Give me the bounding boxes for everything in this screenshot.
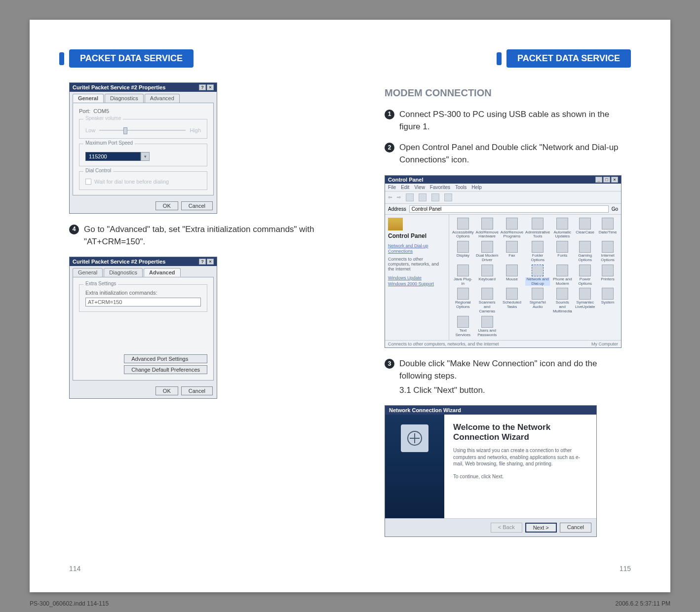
control-panel-item[interactable]: Symantec LiveUpdate <box>575 288 595 313</box>
control-panel-item[interactable]: Power Options <box>575 265 595 286</box>
menu-tools[interactable]: Tools <box>455 185 467 190</box>
control-panel-item-label: Internet Options <box>597 254 618 263</box>
address-label: Address <box>388 206 406 212</box>
speaker-volume-slider[interactable] <box>99 130 186 131</box>
sidebar-link-windows-update[interactable]: Windows Update <box>388 275 446 281</box>
wizard-sidebar <box>385 415 444 518</box>
step-badge: 2 <box>385 143 394 153</box>
extra-init-label: Extra initialization commands: <box>85 290 201 296</box>
menu-favorites[interactable]: Favorites <box>430 185 450 190</box>
close-icon[interactable]: × <box>207 259 214 265</box>
control-panel-item[interactable]: Regional Options <box>452 288 474 313</box>
tab-advanced[interactable]: Advanced <box>145 94 180 103</box>
menu-file[interactable]: File <box>388 185 396 190</box>
control-panel-item[interactable]: Add/Remove Hardware <box>476 218 499 239</box>
advanced-port-settings-button[interactable]: Advanced Port Settings <box>124 354 207 363</box>
control-panel-item[interactable]: Scanners and Cameras <box>476 288 499 313</box>
control-panel-item[interactable]: Users and Passwords <box>476 316 499 338</box>
step-4: 4 Go to "Advanced" tab, set "Extra initi… <box>69 224 315 248</box>
step-1-text: Connect PS-300 to PC using USB cable as … <box>399 109 631 133</box>
minimize-icon[interactable]: _ <box>595 177 602 183</box>
control-panel-item[interactable]: Gaming Options <box>575 241 595 263</box>
step-1: 1 Connect PS-300 to PC using USB cable a… <box>385 109 631 133</box>
menu-edit[interactable]: Edit <box>401 185 409 190</box>
address-field[interactable]: Control Panel <box>409 205 609 213</box>
change-default-preferences-button[interactable]: Change Default Preferences <box>124 365 207 374</box>
control-panel-item-label: Add/Remove Hardware <box>476 230 499 239</box>
chevron-down-icon[interactable]: ▾ <box>141 152 150 161</box>
folders-icon[interactable] <box>431 193 439 201</box>
help-icon[interactable]: ? <box>199 259 206 265</box>
sidebar-selected-desc: Connects to other computers, networks, a… <box>388 257 446 271</box>
wizard-art-icon <box>401 424 428 452</box>
extra-init-input[interactable]: AT+CRM=150 <box>85 298 201 306</box>
control-panel-item[interactable]: Printers <box>597 265 618 286</box>
next-button[interactable]: Next > <box>525 523 557 533</box>
tab-diagnostics[interactable]: Diagnostics <box>105 94 144 103</box>
ok-button[interactable]: OK <box>156 386 178 395</box>
control-panel-item[interactable]: Fonts <box>552 241 573 263</box>
control-panel-item[interactable]: ClearCase <box>575 218 595 239</box>
control-panel-item[interactable]: Internet Options <box>597 241 618 263</box>
step-3: 3 Double click "Make New Connection" ico… <box>385 358 631 396</box>
go-button[interactable]: Go <box>612 206 618 212</box>
history-icon[interactable] <box>444 193 452 201</box>
cancel-button[interactable]: Cancel <box>560 523 591 533</box>
sidebar-link-support[interactable]: Windows 2000 Support <box>388 281 446 287</box>
wizard-heading: Welcome to the Network Connection Wizard <box>453 422 587 442</box>
tab-diagnostics[interactable]: Diagnostics <box>104 268 143 277</box>
step-4-text: Go to "Advanced" tab, set "Extra initial… <box>84 224 315 248</box>
control-panel-item-label: Fax <box>508 254 515 258</box>
control-panel-item[interactable]: Java Plug-in <box>452 265 474 286</box>
control-panel-item[interactable]: Accessibility Options <box>452 218 474 239</box>
control-panel-item-label: Users and Passwords <box>476 329 499 338</box>
step-badge: 4 <box>69 225 79 234</box>
dialog-title: Curitel Packet Service #2 Properties <box>73 84 165 90</box>
control-panel-item[interactable]: Phone and Modem <box>552 265 573 286</box>
tab-general[interactable]: General <box>73 268 103 277</box>
control-panel-item[interactable]: Fax <box>501 241 523 263</box>
control-panel-item-icon <box>506 288 518 300</box>
control-panel-item[interactable]: Dual Modem Driver <box>476 241 499 263</box>
close-icon[interactable]: × <box>611 177 618 183</box>
wizard-title: Network Connection Wizard <box>385 406 596 415</box>
control-panel-item[interactable]: Sounds and Multimedia <box>552 288 573 313</box>
control-panel-item[interactable]: Administrative Tools <box>525 218 550 239</box>
control-panel-item[interactable]: Automatic Updates <box>552 218 573 239</box>
control-panel-item[interactable]: Mouse <box>501 265 523 286</box>
control-panel-item[interactable]: Text Services <box>452 316 474 338</box>
control-panel-item[interactable]: Keyboard <box>476 265 499 286</box>
control-panel-item[interactable]: Scheduled Tasks <box>501 288 523 313</box>
step-3-1-text: 3.1 Click "Next" button. <box>399 384 631 397</box>
window-controls: ? × <box>199 84 214 90</box>
wait-dial-tone-checkbox[interactable] <box>85 179 91 185</box>
tab-general[interactable]: General <box>73 94 104 103</box>
menu-help[interactable]: Help <box>471 185 482 190</box>
control-panel-item[interactable]: System <box>597 288 618 313</box>
help-icon[interactable]: ? <box>199 84 206 90</box>
extra-settings-legend: Extra Settings <box>83 281 118 286</box>
control-panel-item-label: Fonts <box>557 254 567 258</box>
menu-bar[interactable]: File Edit View Favorites Tools Help <box>385 184 621 191</box>
up-icon[interactable] <box>406 193 414 201</box>
control-panel-item-icon <box>506 218 518 230</box>
tab-advanced[interactable]: Advanced <box>144 268 181 277</box>
control-panel-item-icon <box>457 218 469 230</box>
control-panel-item[interactable]: SigmaTel Audio <box>525 288 550 313</box>
control-panel-item[interactable]: Add/Remove Programs <box>501 218 523 239</box>
control-panel-item[interactable]: Date/Time <box>597 218 618 239</box>
print-timestamp: 2006.6.2 5:37:11 PM <box>616 600 670 607</box>
menu-view[interactable]: View <box>414 185 425 190</box>
control-panel-item[interactable]: Network and Dial-up <box>525 265 550 286</box>
control-panel-item[interactable]: Display <box>452 241 474 263</box>
close-icon[interactable]: × <box>207 84 214 90</box>
max-port-speed-dropdown[interactable]: 115200 ▾ <box>85 152 150 161</box>
search-icon[interactable] <box>419 193 427 201</box>
control-panel-item[interactable]: Folder Options <box>525 241 550 263</box>
cancel-button[interactable]: Cancel <box>181 386 213 395</box>
maximize-icon[interactable]: □ <box>603 177 610 183</box>
window-controls: _ □ × <box>595 177 618 183</box>
control-panel-item-label: Power Options <box>575 277 595 286</box>
ok-button[interactable]: OK <box>156 201 178 210</box>
cancel-button[interactable]: Cancel <box>181 201 213 210</box>
